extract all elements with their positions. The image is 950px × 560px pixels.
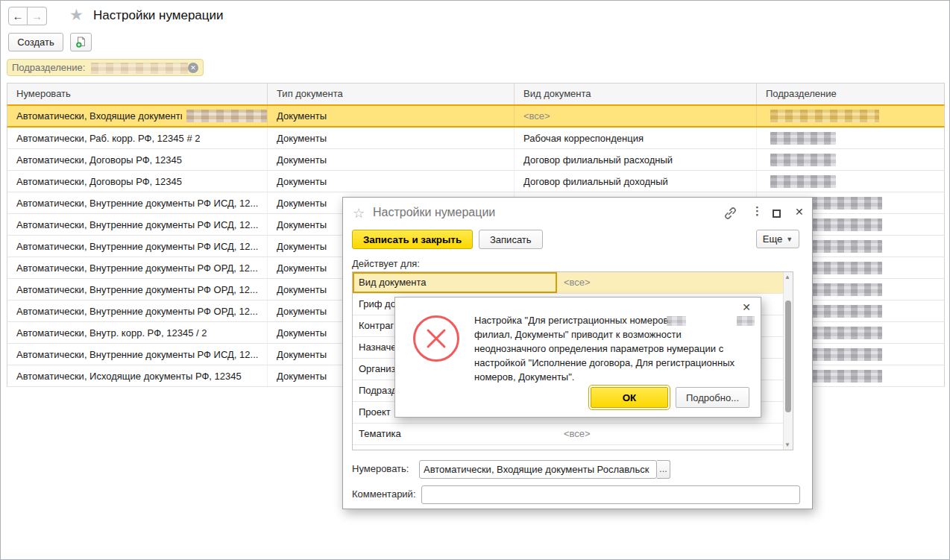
create-button[interactable]: Создать [8, 33, 63, 51]
scroll-down-icon[interactable]: ▼ [784, 441, 790, 448]
error-popup: ✕ Настройка "Для регистрационных номеров… [394, 297, 761, 418]
favorite-star-icon[interactable]: ★ [69, 6, 84, 24]
criterion-value: <все> [557, 424, 591, 444]
cell-podrazdelenie [757, 171, 944, 192]
copy-new-button[interactable] [70, 33, 92, 51]
filter-remove-icon[interactable]: ✕ [188, 63, 198, 73]
cell-numbering-text: Автоматически, Внутренние документы РФ И… [16, 349, 258, 360]
forward-button[interactable]: → [28, 7, 47, 25]
back-button[interactable]: ← [8, 7, 28, 25]
cell-doc-kind: Договор филиальный доходный [515, 171, 757, 192]
cell-doc-type: Документы [268, 171, 515, 192]
cell-numbering: Автоматически, Исходящие документы РФ, 1… [7, 365, 268, 386]
cell-numbering-text: Автоматически, Договоры РФ, 12345 [16, 154, 182, 166]
table-row[interactable]: Автоматически, Входящие документы Докуме… [7, 104, 945, 128]
scrollbar[interactable]: ▲ ▼ [783, 272, 793, 450]
cell-numbering: Автоматически, Входящие документы [7, 106, 268, 126]
error-icon [413, 315, 459, 362]
save-button[interactable]: Записать [479, 230, 543, 249]
redacted-value [770, 175, 836, 188]
cell-numbering-text: Автоматически, Внутр. корр. РФ, 12345 / … [16, 327, 207, 339]
cell-doc-kind: Рабочая корреспонденция [515, 128, 757, 148]
cell-numbering: Автоматически, Внутренние документы РФ И… [7, 236, 268, 257]
cell-numbering-text: Автоматически, Договоры РФ, 12345 [16, 176, 182, 187]
applies-for-label: Действует для: [352, 258, 420, 269]
table-row[interactable]: Автоматически, Договоры РФ, 12345 Докуме… [7, 171, 945, 192]
cell-numbering-text: Автоматически, Входящие документы [16, 110, 182, 122]
cell-doc-type: Документы [268, 149, 515, 170]
column-header-numerovat[interactable]: Нумеровать [7, 84, 268, 104]
cell-podrazdelenie [757, 149, 944, 170]
cell-numbering-text: Автоматически, Внутренние документы РФ И… [16, 198, 258, 209]
dialog-close-icon[interactable]: ✕ [795, 206, 804, 218]
ok-button[interactable]: ОК [591, 387, 668, 408]
column-header-doc-kind[interactable]: Вид документа [515, 84, 757, 104]
numbering-choose-button[interactable]: ... [657, 460, 670, 479]
cell-numbering-text: Автоматически, Внутренние документы РФ О… [16, 306, 258, 317]
criterion-value: <все> [557, 272, 591, 293]
criterion-label: Тематика [353, 424, 557, 444]
applies-table-row[interactable]: Тематика <все> [353, 424, 793, 445]
cell-numbering-text: Автоматически, Внутренние документы РФ О… [16, 262, 258, 274]
cell-numbering: Автоматически, Внутренние документы РФ И… [7, 192, 268, 213]
redacted-value [770, 110, 879, 122]
scroll-thumb[interactable] [785, 301, 791, 412]
numbering-field[interactable]: Автоматически, Входящие документы Рослав… [419, 460, 657, 479]
maximize-icon[interactable] [773, 210, 781, 218]
cell-doc-kind: Договор филиальный расходный [515, 149, 757, 170]
chevron-down-icon: ▼ [786, 236, 793, 243]
error-message: Настройка "Для регистрационных номеров, … [474, 313, 752, 384]
forward-arrow-icon: → [31, 10, 43, 22]
cell-podrazdelenie [757, 128, 944, 148]
popup-close-icon[interactable]: ✕ [742, 301, 751, 313]
cell-numbering: Автоматически, Внутренние документы РФ И… [7, 214, 268, 235]
numbering-field-label: Нумеровать: [352, 463, 409, 474]
cell-numbering-text: Автоматически, Исходящие документы РФ, 1… [16, 371, 242, 382]
cell-doc-kind: <все> [515, 106, 757, 126]
scroll-up-icon[interactable]: ▲ [784, 274, 790, 280]
redacted-value [770, 154, 836, 166]
cell-podrazdelenie [757, 106, 944, 126]
copy-document-icon [75, 36, 86, 49]
save-and-close-button[interactable]: Записать и закрыть [352, 230, 473, 249]
cell-doc-type: Документы [268, 128, 515, 148]
dialog-favorite-star-icon[interactable]: ☆ [353, 205, 365, 221]
table-header-row: Нумеровать Тип документа Вид документа П… [7, 83, 945, 105]
redacted-value [737, 316, 755, 326]
cell-numbering: Автоматически, Раб. корр. РФ, 12345 # 2 [7, 128, 268, 148]
cell-numbering: Автоматически, Договоры РФ, 12345 [7, 149, 268, 170]
cell-numbering-text: Автоматически, Раб. корр. РФ, 12345 # 2 [16, 133, 200, 144]
column-header-podrazdelenie[interactable]: Подразделение [757, 84, 944, 104]
cell-numbering: Автоматически, Внутренние документы РФ О… [7, 279, 268, 300]
cell-numbering: Автоматически, Внутренние документы РФ О… [7, 301, 268, 321]
link-icon[interactable] [723, 207, 737, 219]
back-arrow-icon: ← [13, 10, 24, 22]
cell-numbering: Автоматически, Договоры РФ, 12345 [7, 171, 268, 192]
cell-doc-type: Документы [268, 106, 515, 126]
details-button[interactable]: Подробно... [676, 387, 749, 408]
dialog-title: Настройки нумерации [373, 206, 495, 219]
criterion-label: Вид документа [353, 272, 557, 293]
applies-table-row[interactable]: Вид документа <все> [353, 272, 793, 294]
filter-label: Подразделение: [12, 62, 85, 73]
cell-numbering: Автоматически, Внутр. корр. РФ, 12345 / … [7, 322, 268, 343]
cell-numbering: Автоматически, Внутренние документы РФ И… [7, 344, 268, 365]
table-row[interactable]: Автоматически, Договоры РФ, 12345 Докуме… [7, 149, 945, 171]
redacted-value [770, 132, 836, 145]
redacted-value [667, 316, 686, 326]
redacted-filter-value [91, 63, 188, 74]
filter-chip-podrazdelenie[interactable]: Подразделение: ✕ [7, 59, 204, 76]
nav-group: ← → [8, 7, 47, 25]
more-button[interactable]: Еще▼ [756, 230, 799, 248]
redacted-value [186, 110, 267, 122]
comment-input[interactable] [421, 485, 800, 504]
cell-numbering-text: Автоматически, Внутренние документы РФ О… [16, 284, 258, 295]
cell-numbering-text: Автоматически, Внутренние документы РФ И… [16, 241, 258, 252]
column-header-doc-type[interactable]: Тип документа [268, 84, 515, 104]
page-title: Настройки нумерации [93, 8, 224, 23]
table-row[interactable]: Автоматически, Раб. корр. РФ, 12345 # 2 … [7, 128, 945, 149]
comment-field-label: Комментарий: [352, 488, 416, 500]
app-window: ← → ★ Настройки нумерации Создать Подраз… [0, 0, 950, 560]
more-menu-icon[interactable]: ⋮ [752, 204, 763, 218]
cell-numbering-text: Автоматически, Внутренние документы РФ И… [16, 219, 258, 230]
